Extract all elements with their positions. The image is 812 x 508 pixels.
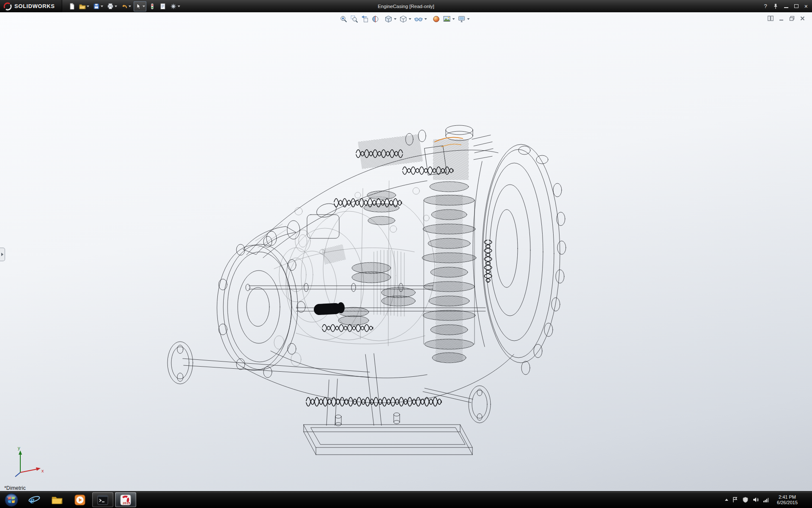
edit-appearance-button[interactable] [433,15,440,23]
document-window-controls [768,16,805,21]
headsup-toolbar [340,15,472,23]
apply-scene-button[interactable] [443,15,455,23]
windows-start-orb-icon [4,493,19,507]
select-cursor-icon [135,3,142,10]
maximize-button[interactable] [794,4,798,8]
close-button[interactable]: × [804,4,808,8]
zoom-to-fit-button[interactable] [340,15,348,23]
options-dropdown-arrow[interactable] [178,6,180,7]
hide-show-dropdown-arrow[interactable] [425,18,427,20]
hide-show-items-button[interactable] [414,15,427,23]
help-button[interactable]: ? [764,3,767,9]
zoom-to-area-button[interactable] [351,15,358,23]
open-folder-icon [79,3,86,10]
start-button[interactable] [0,491,23,508]
action-center-flag-icon[interactable] [732,497,738,503]
taskbar: e [0,491,812,508]
options-button[interactable] [169,1,181,11]
solidworks-logo: SOLIDWORKS [0,0,62,12]
solidworks-badge: 2015 [123,501,130,505]
window-title: EngineCasing [Read-only] [127,4,685,9]
solidworks-app-icon: 2015 [119,494,132,506]
view-orientation-cube-icon [385,15,392,23]
select-dropdown-arrow[interactable] [143,6,145,7]
undo-icon [121,3,128,10]
wireframe-model[interactable] [0,12,812,491]
solidworks-window: SOLIDWORKS [0,0,812,508]
triad-x-label: x [41,468,44,473]
doc-restore-icon[interactable] [789,16,795,21]
taskbar-internet-explorer-button[interactable]: e [24,492,45,507]
windows-explorer-folder-icon [51,494,63,506]
rebuild-button[interactable] [148,1,157,11]
section-view-icon [372,15,379,23]
volume-icon[interactable] [752,497,759,503]
previous-view-button[interactable] [361,15,369,23]
undo-dropdown-arrow[interactable] [129,6,131,7]
taskbar-clock[interactable]: 2:41 PM 6/26/2015 [774,494,801,505]
graphics-viewport[interactable]: x y *Dimetric [0,12,812,491]
rebuild-stoplight-icon [149,3,156,10]
media-player-icon [74,494,86,506]
flyout-arrow-icon [1,253,3,256]
taskbar-apps: e [23,491,137,508]
quick-access-toolbar [62,1,181,11]
display-style-button[interactable] [400,15,411,23]
display-style-dropdown-arrow[interactable] [409,18,411,20]
file-properties-button[interactable] [158,1,167,11]
zoom-to-area-icon [351,15,358,23]
taskbar-windows-explorer-button[interactable] [47,492,68,507]
display-style-cube-icon [400,15,407,23]
undo-button[interactable] [120,1,132,11]
security-shield-icon[interactable] [742,497,749,503]
open-button[interactable] [78,1,91,11]
hide-show-glasses-icon [414,15,423,23]
model-right-housing [482,144,566,375]
clock-time: 2:41 PM [777,494,798,500]
zoom-to-fit-icon [340,15,348,23]
system-tray: 2:41 PM 6/26/2015 [725,491,812,508]
select-button[interactable] [134,1,146,11]
ds-logo-icon [3,2,12,11]
taskbar-command-prompt-button[interactable] [92,492,113,507]
taskbar-solidworks-button[interactable]: 2015 [115,492,136,507]
hidden-icons-button[interactable] [725,499,728,501]
doc-minimize-icon[interactable] [779,16,784,21]
view-orientation-button[interactable] [385,15,397,23]
view-settings-dropdown-arrow[interactable] [467,18,470,20]
taskbar-media-player-button[interactable] [69,492,91,507]
titlebar: SOLIDWORKS [0,0,812,12]
window-controls: ? × [764,3,812,9]
new-document-icon [69,3,75,10]
doc-cascade-icon[interactable] [768,16,774,21]
view-settings-icon [458,15,466,23]
open-dropdown-arrow[interactable] [87,6,89,7]
save-button[interactable] [92,1,104,11]
view-orientation-dropdown-arrow[interactable] [394,18,397,20]
view-settings-button[interactable] [458,15,470,23]
save-dropdown-arrow[interactable] [101,6,103,7]
previous-view-icon [361,15,369,23]
apply-scene-icon [443,15,451,23]
print-icon [107,3,114,10]
file-properties-icon [159,3,166,10]
model-internal-detail [255,181,435,366]
options-gear-icon [170,3,177,10]
svg-text:e: e [30,494,35,505]
apply-scene-dropdown-arrow[interactable] [453,18,455,20]
doc-close-icon[interactable] [800,16,805,21]
print-dropdown-arrow[interactable] [115,6,117,7]
new-document-button[interactable] [67,1,77,11]
clock-date: 6/26/2015 [777,500,798,505]
featuremanager-flyout-tab[interactable] [0,248,5,261]
section-view-button[interactable] [372,15,379,23]
view-orientation-label: *Dimetric [4,485,26,491]
pin-icon[interactable] [773,3,778,9]
save-floppy-icon [93,3,100,10]
network-icon[interactable] [763,497,770,503]
triad-y-label: y [18,445,20,450]
minimize-button[interactable] [784,5,788,8]
brand-text: SOLIDWORKS [14,3,55,9]
model-base-stand [304,413,472,455]
print-button[interactable] [106,1,118,11]
